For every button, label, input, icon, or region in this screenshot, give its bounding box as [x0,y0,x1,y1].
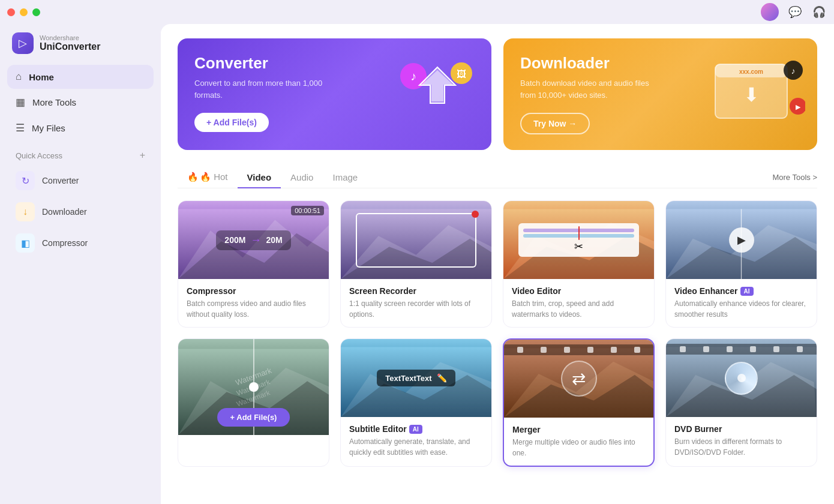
tool-card-compressor[interactable]: 00:00:51 200M → 20M Compressor Batch com… [178,200,329,328]
size-to: 20M [266,235,282,245]
more-tools-label: More Tools > [772,173,817,182]
tab-audio[interactable]: Audio [281,167,323,188]
quick-access-add-button[interactable]: + [140,150,145,161]
size-indicator: 200M → 20M [216,230,290,250]
arrow-icon: → [250,234,261,247]
converter-art: ♪ 🖼 [395,58,479,130]
merge-icon: ⇄ [561,361,597,397]
timeline-bar [523,234,634,238]
pen-icon: ✏️ [437,373,447,383]
app-logo: ▷ Wondershare UniConverter [7,29,154,64]
tool-card-screen-recorder[interactable]: Screen Recorder 1:1 quality screen recor… [340,200,492,328]
tool-card-watermark[interactable]: Watermark Watermark Watermark + Add File… [178,338,329,467]
subtitle-thumb: TextTextText ✏️ [341,339,491,417]
sidebar-item-more-tools[interactable]: ▦ More Tools [7,90,154,115]
watermark-add-file-button[interactable]: + Add File(s) [217,408,290,427]
subtitle-text-box: TextTextText ✏️ [377,370,455,386]
video-editor-info: Video Editor Batch trim, crop, speed and… [503,279,654,327]
sidebar-item-my-files[interactable]: ☰ My Files [7,116,154,140]
quick-item-label: Compressor [42,238,88,248]
subtitle-editor-desc: Automatically generate, translate, and q… [349,436,483,458]
subtitle-editor-info: Subtitle Editor AI Automatically generat… [341,417,491,465]
avatar[interactable] [761,3,779,21]
split-handle[interactable] [249,382,259,392]
tab-image-label: Image [332,172,358,182]
sidebar-item-label: More Tools [32,97,76,107]
converter-icon: ↻ [16,171,35,190]
video-editor-title: Video Editor [512,286,646,296]
sidebar: ▷ Wondershare UniConverter ⌂ Home ▦ More… [0,24,161,504]
dvd-burner-info: DVD Burner Burn videos in different form… [666,417,817,465]
sidebar-item-home[interactable]: ⌂ Home [7,65,154,89]
tab-audio-label: Audio [290,172,313,182]
downloader-try-button[interactable]: Try Now → [520,113,590,134]
compressor-thumb: 00:00:51 200M → 20M [178,201,329,279]
dvd-burner-title: DVD Burner [674,424,808,434]
video-enhancer-thumb: ▶ [666,201,817,279]
dvd-overlay [666,339,817,417]
merger-thumb: ⇄ [504,340,653,418]
subtitle-overlay: TextTextText ✏️ [341,339,491,417]
tool-card-video-editor[interactable]: ✂ Video Editor Batch trim, crop, speed a… [503,200,655,328]
quick-access-header: Quick Access + [7,142,154,164]
tool-card-merger[interactable]: ⇄ Merger Merge multiple video or audio f… [503,338,655,467]
tool-card-dvd-burner[interactable]: DVD Burner Burn videos in different form… [665,338,817,467]
downloader-banner[interactable]: Downloader Batch download video and audi… [503,38,817,150]
subtitle-editor-title: Subtitle Editor AI [349,424,483,434]
svg-text:xxx.com: xxx.com [739,68,763,75]
dvd-disc-icon [725,362,758,395]
dvd-thumb [666,339,817,417]
quick-item-label: Converter [42,176,79,185]
compressor-overlay: 200M → 20M [178,201,329,279]
files-icon: ☰ [16,122,25,134]
merger-overlay: ⇄ [504,340,653,418]
chat-icon[interactable]: 💬 [787,4,803,20]
downloader-icon: ↓ [16,202,35,221]
more-tools-link[interactable]: More Tools > [772,173,817,182]
logo-icon: ▷ [12,32,34,54]
dvd-burner-desc: Burn videos in different formats to DVD/… [674,436,808,458]
quick-item-label: Downloader [42,207,87,217]
tool-card-subtitle-editor[interactable]: TextTextText ✏️ Subtitle Editor AI Autom… [340,338,492,467]
minimize-button[interactable] [20,8,28,16]
tab-video[interactable]: Video [238,167,281,188]
headphones-icon[interactable]: 🎧 [811,4,827,20]
screen-recorder-thumb [341,201,491,279]
tab-hot[interactable]: 🔥 🔥 Hot [178,167,238,188]
svg-text:🖼: 🖼 [457,69,466,79]
quick-access-converter[interactable]: ↻ Converter [7,166,154,196]
svg-text:♪: ♪ [791,66,796,76]
tab-hot-label: 🔥 Hot [200,172,228,182]
grid-icon: ▦ [16,96,25,109]
editor-timeline: ✂ [518,223,639,257]
converter-banner-desc: Convert to and from more than 1,000 form… [194,77,338,101]
record-frame [356,213,476,268]
banner-row: Converter Convert to and from more than … [178,38,817,150]
converter-banner[interactable]: Converter Convert to and from more than … [178,38,491,150]
svg-text:⬇: ⬇ [743,84,760,106]
fire-icon: 🔥 [187,172,199,182]
video-enhancer-overlay: ▶ [666,201,817,279]
home-icon: ⌂ [16,71,22,83]
quick-access-downloader[interactable]: ↓ Downloader [7,197,154,227]
merger-title: Merger [512,425,645,434]
tab-image[interactable]: Image [323,167,367,188]
record-dot [472,211,479,218]
close-button[interactable] [7,8,15,16]
screen-recorder-info: Screen Recorder 1:1 quality screen recor… [341,279,491,327]
size-from: 200M [224,235,245,245]
downloader-banner-desc: Batch download video and audio files fro… [520,77,664,101]
tab-video-label: Video [247,172,272,182]
converter-illustration: ♪ 🖼 [395,58,479,130]
quick-access-compressor[interactable]: ◧ Compressor [7,228,154,258]
converter-add-files-button[interactable]: + Add File(s) [194,113,269,132]
merger-info: Merger Merge multiple video or audio fil… [504,418,653,466]
maximize-button[interactable] [32,8,40,16]
compressor-title: Compressor [187,286,320,296]
video-editor-desc: Batch trim, crop, speed and add watermar… [512,298,646,320]
tool-card-video-enhancer[interactable]: ▶ Video Enhancer AI Automatically enhanc… [665,200,817,328]
compressor-desc: Batch compress video and audio files wit… [187,298,320,320]
svg-text:▶: ▶ [796,103,801,110]
main-content: Converter Convert to and from more than … [161,24,834,504]
tools-grid: 00:00:51 200M → 20M Compressor Batch com… [178,200,817,467]
